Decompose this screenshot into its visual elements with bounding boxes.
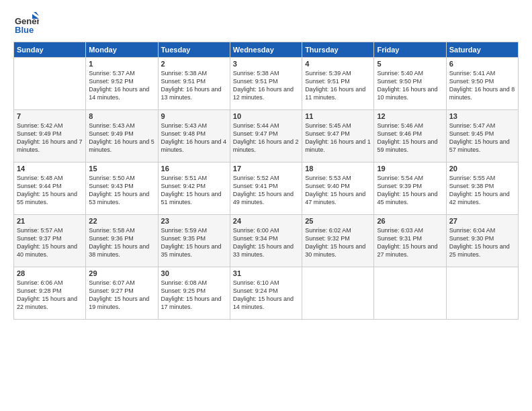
day-number: 26	[377, 217, 443, 225]
col-header-sunday: Sunday	[14, 42, 86, 58]
day-number: 11	[305, 112, 371, 120]
day-cell: 15 Sunrise: 5:50 AMSunset: 9:43 PMDaylig…	[86, 163, 158, 215]
day-number: 14	[17, 165, 83, 173]
day-cell: 25 Sunrise: 6:02 AMSunset: 9:32 PMDaylig…	[302, 215, 374, 267]
day-info: Sunrise: 6:07 AMSunset: 9:27 PMDaylight:…	[89, 279, 154, 312]
day-number: 7	[17, 112, 83, 120]
day-cell: 1 Sunrise: 5:37 AMSunset: 9:52 PMDayligh…	[86, 58, 158, 110]
week-row-3: 14 Sunrise: 5:48 AMSunset: 9:44 PMDaylig…	[14, 163, 519, 215]
day-info: Sunrise: 5:54 AMSunset: 9:39 PMDaylight:…	[377, 174, 443, 207]
col-header-thursday: Thursday	[302, 42, 374, 58]
day-number: 10	[233, 112, 299, 120]
day-cell: 22 Sunrise: 5:58 AMSunset: 9:36 PMDaylig…	[86, 215, 158, 267]
day-cell: 23 Sunrise: 5:59 AMSunset: 9:35 PMDaylig…	[158, 215, 230, 267]
day-cell: 24 Sunrise: 6:00 AMSunset: 9:34 PMDaylig…	[230, 215, 302, 267]
day-info: Sunrise: 5:53 AMSunset: 9:40 PMDaylight:…	[305, 174, 371, 207]
day-cell: 20 Sunrise: 5:55 AMSunset: 9:38 PMDaylig…	[446, 163, 518, 215]
day-info: Sunrise: 5:43 AMSunset: 9:48 PMDaylight:…	[161, 122, 227, 154]
day-number: 21	[17, 217, 83, 225]
day-number: 8	[89, 112, 154, 120]
day-number: 4	[305, 60, 371, 68]
day-number: 5	[377, 60, 443, 68]
svg-text:Blue: Blue	[15, 25, 34, 35]
day-info: Sunrise: 5:39 AMSunset: 9:51 PMDaylight:…	[305, 69, 371, 102]
day-number: 20	[449, 165, 515, 173]
day-cell: 17 Sunrise: 5:52 AMSunset: 9:41 PMDaylig…	[230, 163, 302, 215]
day-cell	[446, 267, 518, 320]
day-info: Sunrise: 5:37 AMSunset: 9:52 PMDaylight:…	[89, 69, 154, 102]
calendar-table: SundayMondayTuesdayWednesdayThursdayFrid…	[13, 42, 519, 320]
day-number: 25	[305, 217, 371, 225]
day-cell: 8 Sunrise: 5:43 AMSunset: 9:49 PMDayligh…	[86, 110, 158, 163]
day-info: Sunrise: 5:44 AMSunset: 9:47 PMDaylight:…	[233, 122, 299, 154]
day-number: 13	[449, 112, 515, 120]
day-number: 16	[161, 165, 227, 173]
day-info: Sunrise: 6:06 AMSunset: 9:28 PMDaylight:…	[17, 279, 83, 312]
day-info: Sunrise: 6:00 AMSunset: 9:34 PMDaylight:…	[233, 226, 299, 259]
day-number: 30	[161, 269, 227, 277]
day-info: Sunrise: 5:57 AMSunset: 9:37 PMDaylight:…	[17, 226, 83, 259]
day-cell: 28 Sunrise: 6:06 AMSunset: 9:28 PMDaylig…	[14, 267, 86, 320]
day-cell	[14, 58, 86, 110]
day-cell: 30 Sunrise: 6:08 AMSunset: 9:25 PMDaylig…	[158, 267, 230, 320]
day-cell: 26 Sunrise: 6:03 AMSunset: 9:31 PMDaylig…	[374, 215, 446, 267]
day-cell: 10 Sunrise: 5:44 AMSunset: 9:47 PMDaylig…	[230, 110, 302, 163]
day-info: Sunrise: 5:48 AMSunset: 9:44 PMDaylight:…	[17, 174, 83, 207]
day-cell: 6 Sunrise: 5:41 AMSunset: 9:50 PMDayligh…	[446, 58, 518, 110]
day-info: Sunrise: 5:52 AMSunset: 9:41 PMDaylight:…	[233, 174, 299, 207]
day-number: 27	[449, 217, 515, 225]
day-info: Sunrise: 5:43 AMSunset: 9:49 PMDaylight:…	[89, 122, 154, 154]
day-info: Sunrise: 6:03 AMSunset: 9:31 PMDaylight:…	[377, 226, 443, 259]
week-row-4: 21 Sunrise: 5:57 AMSunset: 9:37 PMDaylig…	[14, 215, 519, 267]
day-info: Sunrise: 5:58 AMSunset: 9:36 PMDaylight:…	[89, 226, 154, 259]
day-number: 19	[377, 165, 443, 173]
day-cell: 29 Sunrise: 6:07 AMSunset: 9:27 PMDaylig…	[86, 267, 158, 320]
week-row-1: 1 Sunrise: 5:37 AMSunset: 9:52 PMDayligh…	[14, 58, 519, 110]
col-header-monday: Monday	[86, 42, 158, 58]
day-number: 9	[161, 112, 227, 120]
day-info: Sunrise: 6:08 AMSunset: 9:25 PMDaylight:…	[161, 279, 227, 312]
day-info: Sunrise: 5:42 AMSunset: 9:49 PMDaylight:…	[17, 122, 83, 154]
day-number: 23	[161, 217, 227, 225]
day-cell: 19 Sunrise: 5:54 AMSunset: 9:39 PMDaylig…	[374, 163, 446, 215]
day-cell: 13 Sunrise: 5:47 AMSunset: 9:45 PMDaylig…	[446, 110, 518, 163]
day-number: 22	[89, 217, 154, 225]
week-row-2: 7 Sunrise: 5:42 AMSunset: 9:49 PMDayligh…	[14, 110, 519, 163]
day-number: 31	[233, 269, 299, 277]
day-cell: 3 Sunrise: 5:38 AMSunset: 9:51 PMDayligh…	[230, 58, 302, 110]
day-number: 2	[161, 60, 227, 68]
col-header-saturday: Saturday	[446, 42, 518, 58]
day-cell: 14 Sunrise: 5:48 AMSunset: 9:44 PMDaylig…	[14, 163, 86, 215]
day-info: Sunrise: 5:38 AMSunset: 9:51 PMDaylight:…	[233, 69, 299, 102]
day-cell: 5 Sunrise: 5:40 AMSunset: 9:50 PMDayligh…	[374, 58, 446, 110]
day-info: Sunrise: 5:47 AMSunset: 9:45 PMDaylight:…	[449, 122, 515, 154]
day-cell: 11 Sunrise: 5:45 AMSunset: 9:47 PMDaylig…	[302, 110, 374, 163]
day-number: 24	[233, 217, 299, 225]
day-number: 1	[89, 60, 154, 68]
day-cell: 21 Sunrise: 5:57 AMSunset: 9:37 PMDaylig…	[14, 215, 86, 267]
day-number: 15	[89, 165, 154, 173]
day-number: 18	[305, 165, 371, 173]
day-info: Sunrise: 5:50 AMSunset: 9:43 PMDaylight:…	[89, 174, 154, 207]
day-info: Sunrise: 5:55 AMSunset: 9:38 PMDaylight:…	[449, 174, 515, 207]
day-cell: 2 Sunrise: 5:38 AMSunset: 9:51 PMDayligh…	[158, 58, 230, 110]
week-row-5: 28 Sunrise: 6:06 AMSunset: 9:28 PMDaylig…	[14, 267, 519, 320]
day-cell: 12 Sunrise: 5:46 AMSunset: 9:46 PMDaylig…	[374, 110, 446, 163]
day-number: 6	[449, 60, 515, 68]
calendar-page: General Blue SundayMondayTuesdayWednesda…	[0, 0, 532, 411]
day-info: Sunrise: 6:04 AMSunset: 9:30 PMDaylight:…	[449, 226, 515, 259]
day-number: 12	[377, 112, 443, 120]
day-info: Sunrise: 5:41 AMSunset: 9:50 PMDaylight:…	[449, 69, 515, 102]
day-cell: 18 Sunrise: 5:53 AMSunset: 9:40 PMDaylig…	[302, 163, 374, 215]
col-header-wednesday: Wednesday	[230, 42, 302, 58]
day-cell: 31 Sunrise: 6:10 AMSunset: 9:24 PMDaylig…	[230, 267, 302, 320]
header: General Blue	[13, 11, 519, 36]
day-number: 29	[89, 269, 154, 277]
day-number: 17	[233, 165, 299, 173]
day-number: 28	[17, 269, 83, 277]
day-info: Sunrise: 5:40 AMSunset: 9:50 PMDaylight:…	[377, 69, 443, 102]
day-cell	[302, 267, 374, 320]
day-info: Sunrise: 5:38 AMSunset: 9:51 PMDaylight:…	[161, 69, 227, 102]
logo: General Blue	[13, 11, 39, 36]
day-info: Sunrise: 6:10 AMSunset: 9:24 PMDaylight:…	[233, 279, 299, 312]
